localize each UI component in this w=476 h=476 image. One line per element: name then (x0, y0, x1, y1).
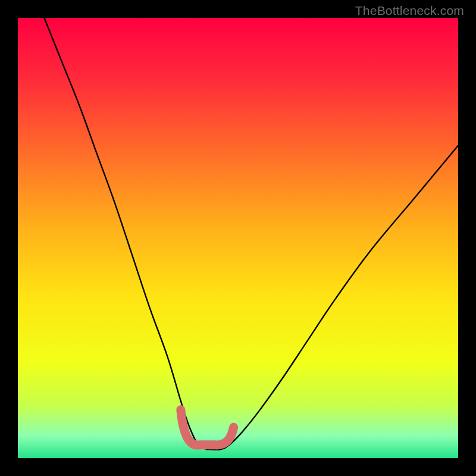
optimal-marker (181, 410, 234, 445)
watermark-label: TheBottleneck.com (355, 4, 464, 18)
curve-right-arm (207, 146, 458, 450)
curve-left-arm (44, 18, 207, 449)
plot-area (18, 18, 458, 458)
bottleneck-curve (18, 18, 458, 458)
chart-frame: TheBottleneck.com (0, 0, 476, 476)
